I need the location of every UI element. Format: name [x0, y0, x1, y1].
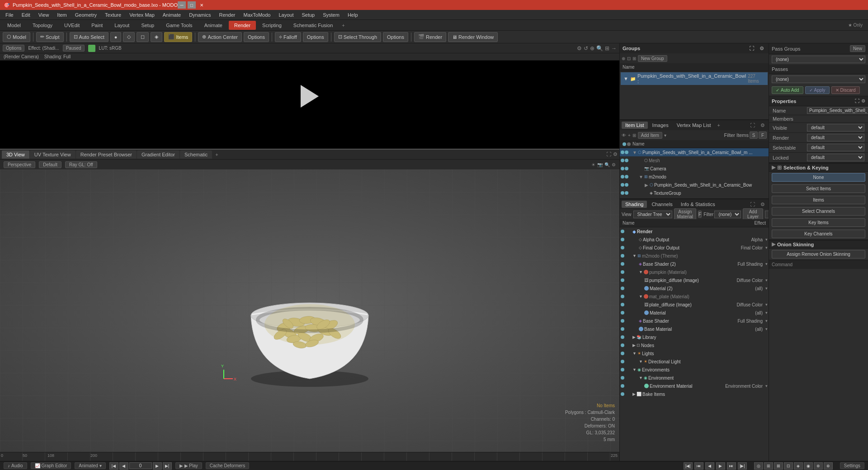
- tab-topology[interactable]: Topology: [27, 21, 58, 30]
- prev-frame-button[interactable]: ◀: [119, 462, 128, 470]
- il-vis-icon[interactable]: 👁: [622, 133, 626, 138]
- pass-groups-select[interactable]: (none): [772, 56, 865, 63]
- sh-item-bake[interactable]: ▶ ⬜ Bake Items: [620, 390, 769, 398]
- sh-item-dir-light[interactable]: ▼ ☀ Directional Light: [620, 357, 769, 366]
- sh-item-mat-2[interactable]: Material (2) (all) ▾: [620, 284, 769, 292]
- maximize-viewport-icon[interactable]: ⛶: [606, 151, 611, 157]
- assign-remove-onion-button[interactable]: Assign Remove Onion Skinning: [772, 250, 865, 258]
- il-group-icon[interactable]: ⊞: [632, 133, 636, 138]
- item-list-settings-icon[interactable]: ⚙: [759, 122, 767, 129]
- menu-animate[interactable]: Animate: [159, 11, 184, 19]
- sh-bm-dropdown[interactable]: ▾: [765, 327, 768, 331]
- group-icons-2[interactable]: ⊡: [627, 56, 631, 61]
- sh-item-pumpkin[interactable]: ▼ pumpkin (Material): [620, 268, 769, 276]
- menu-layout[interactable]: Layout: [275, 11, 297, 19]
- sh-mat2-dropdown[interactable]: ▾: [765, 286, 768, 291]
- model-mode-button[interactable]: ⬡ Model: [3, 32, 30, 42]
- vp-btn-8[interactable]: ⊕: [824, 462, 833, 470]
- sh-item-base-shader[interactable]: ◈ Base Shader Full Shading ▾: [620, 317, 769, 325]
- tab-render-preset-browser[interactable]: Render Preset Browser: [76, 150, 137, 159]
- vp-btn-1[interactable]: ◎: [754, 462, 763, 470]
- sh-platm-dropdown[interactable]: ▾: [765, 310, 768, 315]
- paused-button[interactable]: Paused: [63, 45, 85, 52]
- pass-groups-new-button[interactable]: New: [850, 45, 865, 52]
- prop-locked-select[interactable]: default: [807, 154, 864, 161]
- tab-animate[interactable]: Animate: [199, 21, 228, 30]
- sh-alpha-dropdown[interactable]: ▾: [765, 237, 768, 242]
- perspective-button[interactable]: Perspective: [4, 161, 35, 168]
- cache-deformers-button[interactable]: Cache Deformers: [206, 462, 249, 469]
- tab-vertex-map-list[interactable]: Vertex Map List: [673, 122, 715, 129]
- frame-input[interactable]: [129, 462, 152, 469]
- transport-3[interactable]: ◀: [705, 462, 714, 470]
- group-item[interactable]: ▼ 📁 Pumpkin_Seeds_with_Shell_in_a_Cerami…: [621, 72, 768, 85]
- il-f-button[interactable]: F: [759, 132, 767, 139]
- sh-item-render[interactable]: ◆ Render: [620, 227, 769, 235]
- key-channels-button[interactable]: Key Channels: [772, 230, 865, 238]
- 3d-viewport[interactable]: Perspective Default Ray GL: Off ☀ 📷 🔍 ⚙: [0, 160, 619, 452]
- default-button[interactable]: Default: [39, 161, 61, 168]
- sh-item-alpha[interactable]: ◇ Alpha Output Alpha ▾: [620, 235, 769, 244]
- vp-btn-4[interactable]: ⊡: [784, 462, 793, 470]
- sh-item-base-material[interactable]: Base Material (all) ▾: [620, 325, 769, 333]
- menu-edit[interactable]: Edit: [18, 11, 34, 19]
- sh-fc-dropdown[interactable]: ▾: [765, 245, 768, 250]
- props-maximize-icon[interactable]: ⛶: [855, 99, 859, 103]
- item-list-maximize-icon[interactable]: ⛶: [748, 122, 757, 129]
- viewport-tabs-add[interactable]: +: [212, 152, 221, 157]
- menu-geometry[interactable]: Geometry: [71, 11, 100, 19]
- apply-button[interactable]: ✓ Apply: [805, 86, 830, 94]
- assign-material-button[interactable]: Assign Material: [674, 208, 697, 220]
- passes-select[interactable]: (none): [772, 75, 865, 83]
- viewport-zoom-icon[interactable]: 🔍: [604, 162, 610, 167]
- close-button[interactable]: ✕: [198, 1, 206, 9]
- settings-button[interactable]: Settings: [840, 462, 864, 469]
- refresh-icon[interactable]: ↺: [584, 45, 588, 52]
- prop-visible-select[interactable]: default: [807, 124, 864, 132]
- il-dropdown-icon[interactable]: ▾: [664, 133, 666, 138]
- play-button[interactable]: [301, 85, 319, 108]
- sh-item-env[interactable]: ▼ ◉ Environment: [620, 374, 769, 382]
- select-channels-button[interactable]: Select Channels: [772, 207, 865, 216]
- select-poly-button[interactable]: ◻: [137, 32, 149, 42]
- menu-file[interactable]: File: [2, 11, 17, 19]
- timeline-track[interactable]: 0 50 108 200 225: [0, 452, 619, 461]
- auto-add-button[interactable]: ✓ Auto Add: [772, 86, 803, 94]
- render-button[interactable]: 🎬 Render: [414, 32, 446, 42]
- tree-item-0[interactable]: ▼ ⬡ Pumpkin_Seeds_with_Shell_in_a_Cerami…: [620, 148, 769, 156]
- menu-help[interactable]: Help: [344, 11, 362, 19]
- discard-button[interactable]: ✕ Discard: [831, 86, 860, 94]
- sh-pd-dropdown[interactable]: ▾: [765, 278, 768, 282]
- key-items-button[interactable]: Key Items: [772, 218, 865, 227]
- tree-item-1[interactable]: ⬡ Mesh: [620, 156, 769, 164]
- tabs-add-button[interactable]: +: [339, 23, 347, 28]
- tab-gradient-editor[interactable]: Gradient Editor: [137, 150, 179, 159]
- items-button[interactable]: Items: [772, 196, 865, 204]
- tab-channels[interactable]: Channels: [648, 201, 676, 208]
- vp-btn-6[interactable]: ◉: [804, 462, 813, 470]
- sh-item-env-mat[interactable]: Environment Material Environment Color ▾: [620, 382, 769, 390]
- items-select-button[interactable]: ⬛ Items: [164, 32, 192, 42]
- maximize-button[interactable]: □: [188, 1, 196, 9]
- tab-item-list[interactable]: Item List: [622, 122, 648, 129]
- vp-btn-2[interactable]: ⊞: [764, 462, 773, 470]
- select-edge-button[interactable]: ◇: [123, 32, 135, 42]
- tab-layout[interactable]: Layout: [109, 21, 135, 30]
- tab-model[interactable]: Model: [2, 21, 26, 30]
- select-mat-button[interactable]: ◈: [151, 32, 162, 42]
- tab-images[interactable]: Images: [649, 122, 672, 129]
- sh-platd-dropdown[interactable]: ▾: [765, 302, 768, 307]
- zoom-icon[interactable]: 🔍: [596, 45, 603, 52]
- sh-item-nodes[interactable]: ▶ ⊡ Nodes: [620, 341, 769, 349]
- tree-item-2[interactable]: 📷 Camera: [620, 164, 769, 173]
- sh-item-final-color[interactable]: ◇ Final Color Output Final Color ▾: [620, 244, 769, 252]
- tab-schematic-fusion[interactable]: Schematic Fusion: [288, 21, 338, 30]
- sh-item-plate-mat[interactable]: Material (all) ▾: [620, 309, 769, 317]
- sh-bs-dropdown[interactable]: ▾: [765, 319, 768, 323]
- menu-view[interactable]: View: [35, 11, 53, 19]
- tab-shading[interactable]: Shading: [622, 201, 647, 208]
- zoom-fit-icon[interactable]: ⊕: [590, 45, 594, 52]
- select-vertex-button[interactable]: ●: [110, 32, 122, 42]
- il-add-icon[interactable]: +: [628, 133, 631, 138]
- menu-item[interactable]: Item: [53, 11, 70, 19]
